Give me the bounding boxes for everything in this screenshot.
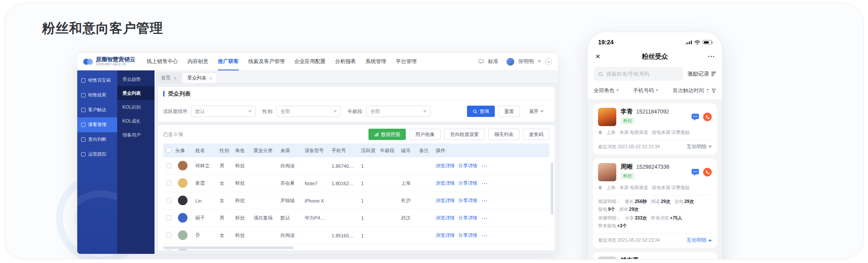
share-detail-link[interactable]: 分享详情 bbox=[458, 215, 477, 221]
topnav-item-enterprise-config[interactable]: 企业应用配置 bbox=[294, 53, 326, 70]
more-actions-icon[interactable]: ··· bbox=[481, 181, 489, 186]
logo-tagline: 智慧营销数字化解决方案 bbox=[96, 63, 132, 67]
submenu-item-kol-identify[interactable]: KOL识别 bbox=[117, 100, 155, 114]
vertical-scrollbar[interactable] bbox=[551, 163, 553, 215]
row-checkbox[interactable] bbox=[166, 215, 171, 220]
contact-name: 周晰 bbox=[621, 163, 633, 171]
phone-number-filter[interactable]: 手机号码 bbox=[633, 87, 658, 94]
view-detail-link[interactable]: 浏览详情 bbox=[436, 215, 455, 221]
call-icon[interactable] bbox=[703, 113, 712, 121]
topnav-item-reports[interactable]: 分析报表 bbox=[335, 53, 356, 70]
audience-card[interactable]: 李青 15211847092 粉丝 上海 来源 电商渠 bbox=[593, 103, 717, 154]
submenu-item-audience-trend[interactable]: 受众趋势 bbox=[117, 72, 155, 86]
interaction-detail-toggle[interactable]: 互动明细 bbox=[687, 237, 712, 243]
more-icon[interactable]: ··· bbox=[708, 53, 715, 60]
chevron-down-icon bbox=[423, 110, 427, 113]
tab-home[interactable]: 首页 × bbox=[156, 73, 181, 83]
view-detail-link[interactable]: 浏览详情 bbox=[436, 197, 455, 204]
submenu-item-reported-users[interactable]: 报备用户 bbox=[117, 128, 155, 142]
table-row[interactable]: 丽子 男 粉丝 项目案场 默认 华为P4… 1 武汉 bbox=[163, 210, 549, 227]
select-all-checkbox[interactable] bbox=[166, 147, 171, 153]
audience-card[interactable]: 周晰 15298247336 粉丝 上海 来源 电商渠 bbox=[593, 159, 717, 248]
view-detail-link[interactable]: 浏览详情 bbox=[436, 180, 455, 186]
send-code-button[interactable]: 发奖码 bbox=[523, 129, 549, 140]
gender-select[interactable]: 全部 bbox=[276, 106, 341, 117]
sort-select[interactable]: 默认 bbox=[191, 106, 256, 117]
cell-activity: 1 bbox=[360, 163, 379, 169]
chevron-down-icon bbox=[540, 110, 544, 113]
phone-search-row: 激励记录 bbox=[588, 65, 722, 85]
search-input[interactable] bbox=[606, 71, 679, 77]
app-logo[interactable]: 原圈智慧营销云 智慧营销数字化解决方案 bbox=[83, 57, 135, 67]
search-field[interactable] bbox=[594, 67, 683, 81]
search-button[interactable]: 查询 bbox=[467, 106, 495, 117]
view-detail-link[interactable]: 浏览详情 bbox=[436, 163, 455, 169]
role-filter[interactable]: 全部角色 bbox=[594, 87, 619, 94]
first-touch-time-sort[interactable]: 首次触达时间 bbox=[673, 87, 716, 94]
submenu-item-kol-growth[interactable]: KOL成长 bbox=[117, 114, 155, 128]
cell-gender: 男 bbox=[219, 215, 234, 221]
view-detail-link[interactable]: 浏览详情 bbox=[436, 232, 455, 239]
user-avatar[interactable] bbox=[506, 58, 514, 66]
share-detail-link[interactable]: 分享详情 bbox=[458, 180, 477, 186]
submenu-item-audience-list[interactable]: 受众列表 bbox=[117, 86, 155, 100]
more-actions-icon[interactable]: ··· bbox=[481, 216, 489, 221]
table-row[interactable]: 何林立 男 粉丝 自阅读 1.86740… 1 bbox=[163, 157, 549, 175]
more-actions-icon[interactable]: ··· bbox=[481, 233, 489, 238]
topnav-item-online-sales[interactable]: 线上销售中心 bbox=[147, 53, 178, 70]
close-icon[interactable]: × bbox=[209, 76, 212, 80]
row-checkbox[interactable] bbox=[166, 180, 171, 186]
sidebar-item-customer-reach[interactable]: 客户触达 bbox=[77, 103, 117, 117]
sidebar-item-intent-judgement[interactable]: 意向判断 bbox=[77, 132, 117, 147]
message-icon[interactable] bbox=[478, 59, 484, 64]
close-icon[interactable]: × bbox=[174, 76, 176, 80]
close-icon[interactable]: × bbox=[595, 53, 600, 60]
signal-icon bbox=[686, 40, 692, 44]
phone-navbar: × 粉丝受众 ··· bbox=[588, 48, 722, 65]
expand-button[interactable]: 展开 bbox=[523, 106, 549, 117]
row-checkbox[interactable] bbox=[166, 233, 171, 238]
spread-detail-row: 传播明细： 分享333次 带来浏览+75人 带来留电+3个 bbox=[598, 215, 712, 229]
age-select[interactable]: 全部 bbox=[366, 106, 431, 117]
data-mining-button[interactable]: 数据挖掘 bbox=[368, 129, 406, 140]
topnav-item-promotion[interactable]: 推广获客 bbox=[218, 53, 239, 70]
intent-setting-button[interactable]: 意向程度设置 bbox=[444, 129, 485, 140]
row-checkbox[interactable] bbox=[166, 163, 171, 168]
topnav-item-platform[interactable]: 平台管理 bbox=[396, 53, 417, 70]
row-checkbox[interactable] bbox=[166, 198, 171, 203]
table-row[interactable]: Lin 女 粉丝 罗锦城 iPhone X 1 长沙 bbox=[163, 192, 549, 210]
plus-icon[interactable]: + bbox=[545, 58, 552, 65]
sidebar-item-sales-leads[interactable]: 销售线索 bbox=[77, 88, 117, 103]
user-name[interactable]: 张明明 bbox=[518, 58, 534, 65]
message-icon[interactable] bbox=[691, 168, 700, 176]
incentive-record-link[interactable]: 激励记录 bbox=[687, 70, 716, 78]
audience-card[interactable]: 钱东亮 bbox=[593, 252, 717, 260]
message-icon[interactable] bbox=[691, 113, 700, 121]
topnav-item-content[interactable]: 内容创意 bbox=[187, 53, 208, 70]
table-row[interactable]: 黄霞 女 粉丝 苏会夏 Note7 1.80162… 1 上海 bbox=[163, 175, 549, 192]
sidebar-item-operation-tracking[interactable]: 运营跟踪 bbox=[77, 147, 117, 162]
row-checkbox[interactable] bbox=[166, 250, 171, 251]
more-actions-icon[interactable]: ··· bbox=[481, 163, 489, 169]
call-icon[interactable] bbox=[703, 168, 712, 176]
sidebar-item-prospect-management[interactable]: 潜客管理 bbox=[77, 117, 117, 132]
cell-name: 黄霞 bbox=[194, 180, 219, 186]
topnav-item-leads[interactable]: 线索及客户管理 bbox=[248, 53, 285, 70]
horizontal-scrollbar[interactable] bbox=[163, 246, 293, 249]
share-detail-link[interactable]: 分享详情 bbox=[458, 197, 477, 204]
share-detail-link[interactable]: 分享详情 bbox=[458, 232, 477, 239]
table-row[interactable]: 乔 女 粉丝 自阅读 1.85160… 1 bbox=[163, 227, 549, 244]
user-portrait-button[interactable]: 用户画像 bbox=[409, 129, 441, 140]
topnav-item-system[interactable]: 系统管理 bbox=[365, 53, 386, 70]
reset-button[interactable]: 重置 bbox=[498, 106, 520, 117]
share-detail-link[interactable]: 分享详情 bbox=[458, 163, 477, 169]
chat-list-button[interactable]: 聊天列表 bbox=[488, 129, 519, 140]
sidebar-item-sales-toolbox[interactable]: 销售百宝箱 bbox=[77, 73, 117, 88]
interaction-detail-toggle[interactable]: 互动明细 bbox=[687, 143, 712, 150]
more-actions-icon[interactable]: ··· bbox=[481, 198, 489, 203]
tab-audience-list[interactable]: 受众列表 × bbox=[182, 73, 217, 83]
secondary-sidebar: 受众趋势 受众列表 KOL识别 KOL成长 报备用户 bbox=[117, 70, 155, 254]
chevron-up-icon bbox=[708, 239, 712, 241]
chevron-down-icon[interactable] bbox=[538, 60, 541, 63]
selected-count: 已选 0 项 bbox=[163, 131, 183, 138]
